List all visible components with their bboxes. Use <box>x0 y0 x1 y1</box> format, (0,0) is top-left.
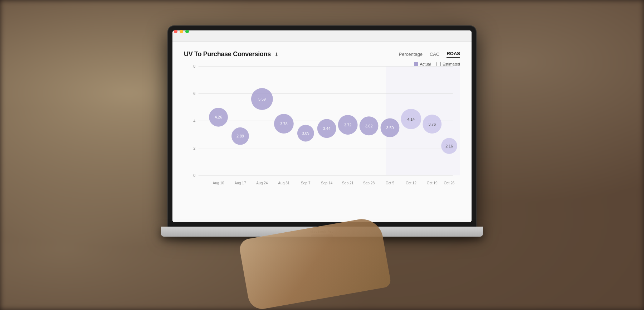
x-label-sep14: Sep 14 <box>321 181 333 185</box>
x-label-aug10: Aug 10 <box>213 181 224 185</box>
x-label-oct12: Oct 12 <box>406 181 416 185</box>
traffic-light-red[interactable] <box>174 30 177 33</box>
window-chrome <box>172 30 472 42</box>
chart-header: UV To Purchase Conversions ⬇ Percentage … <box>184 50 460 58</box>
x-label-aug31: Aug 31 <box>278 181 290 185</box>
label-oct19: 3.76 <box>428 122 436 126</box>
chart-title: UV To Purchase Conversions <box>184 50 271 58</box>
label-oct5: 3.50 <box>386 126 394 130</box>
y-label-8: 8 <box>193 64 195 68</box>
label-sep21: 3.72 <box>344 123 352 127</box>
label-sep14: 3.44 <box>323 126 331 131</box>
x-label-sep7: Sep 7 <box>301 181 311 185</box>
label-aug10: 4.26 <box>215 115 222 119</box>
label-sep7: 3.09 <box>302 131 309 135</box>
download-icon[interactable]: ⬇ <box>274 52 279 57</box>
y-label-0: 0 <box>193 173 195 178</box>
y-label-6: 6 <box>193 91 195 96</box>
chart-title-group: UV To Purchase Conversions ⬇ <box>184 50 279 58</box>
x-label-sep21: Sep 21 <box>342 181 354 185</box>
chart-container: UV To Purchase Conversions ⬇ Percentage … <box>172 42 472 222</box>
traffic-light-green[interactable] <box>185 30 189 33</box>
tab-roas[interactable]: ROAS <box>447 51 460 58</box>
x-label-aug24: Aug 24 <box>256 181 268 185</box>
x-label-oct5: Oct 5 <box>386 181 395 185</box>
x-label-aug17: Aug 17 <box>234 181 246 185</box>
label-oct26: 2.16 <box>445 144 453 148</box>
label-aug17: 2.89 <box>236 134 244 138</box>
label-aug24: 5.59 <box>258 97 266 101</box>
label-sep28: 3.62 <box>365 124 373 128</box>
y-label-2: 2 <box>193 146 195 150</box>
tab-percentage[interactable]: Percentage <box>399 52 423 57</box>
chart-svg: 0 2 4 6 8 4.26 2.89 5 <box>184 64 460 200</box>
x-label-oct26: Oct 26 <box>444 181 455 185</box>
y-label-4: 4 <box>193 119 195 123</box>
label-oct12: 4.14 <box>407 117 415 121</box>
chart-area: 0 2 4 6 8 4.26 2.89 5 <box>184 64 460 200</box>
traffic-light-yellow[interactable] <box>180 30 183 33</box>
x-label-sep28: Sep 28 <box>363 181 375 185</box>
x-label-oct19: Oct 19 <box>427 181 438 185</box>
tab-cac[interactable]: CAC <box>430 52 439 57</box>
label-aug31: 3.78 <box>280 122 288 126</box>
view-tabs: Percentage CAC ROAS <box>399 51 460 58</box>
